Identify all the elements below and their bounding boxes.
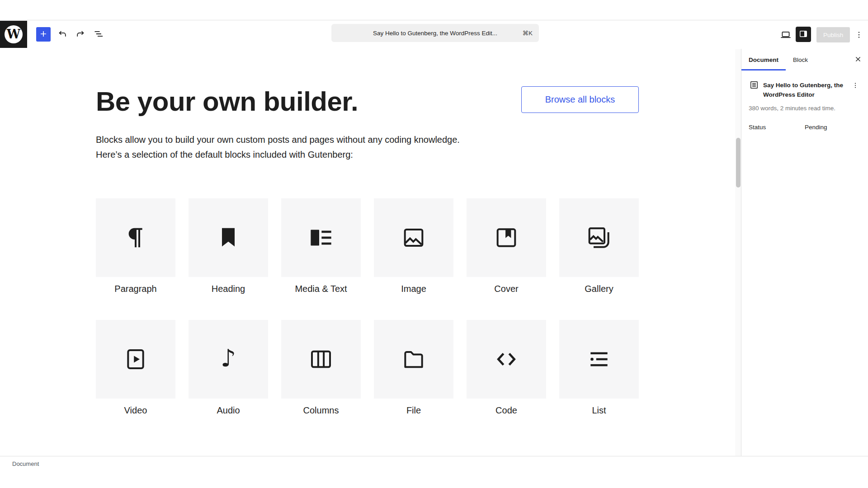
undo-button[interactable] [55,27,70,42]
redo-icon [75,28,86,41]
code-icon [492,345,521,374]
redo-button[interactable] [73,27,88,42]
block-card[interactable]: Media & Text [281,198,361,294]
file-icon [399,345,428,374]
post-paragraph-block[interactable]: Blocks allow you to build your own custo… [96,132,460,162]
document-summary-icon [749,80,760,92]
paragraph-line-1: Blocks allow you to build your own custo… [96,132,460,147]
blocks-grid-row-1: Paragraph Heading Media & Text Image Cov… [96,198,639,294]
block-card[interactable]: Columns [281,320,361,416]
block-label: Audio [189,405,268,416]
kebab-icon [851,81,860,91]
block-card[interactable]: ♪ Audio [189,320,268,416]
block-card[interactable]: Heading [189,198,268,294]
publish-button[interactable]: Publish [816,27,850,42]
block-card[interactable]: Gallery [559,198,639,294]
word-count-meta: 380 words, 2 minutes read time. [749,105,861,112]
browse-all-blocks-button[interactable]: Browse all blocks [521,86,639,113]
close-sidebar-button[interactable] [852,53,864,66]
document-summary-panel: Say Hello to Gutenberg, the WordPress Ed… [741,70,868,131]
preview-button[interactable] [778,28,793,42]
block-label: Video [96,405,175,416]
blocks-grid-row-2: Video ♪ Audio Columns File Code List [96,320,639,416]
settings-sidebar: Document Block Say Hello to Gutenberg, t… [741,49,868,456]
post-heading-block[interactable]: Be your own builder. [96,86,358,117]
block-label: Code [467,405,546,416]
block-card[interactable]: Paragraph [96,198,175,294]
block-label: Heading [189,284,268,294]
columns-icon [307,345,335,374]
block-label: Cover [467,284,546,294]
scrollbar-track [735,49,741,456]
command-shortcut: ⌘K [522,29,533,37]
paragraph-line-2: Here’s a selection of the default blocks… [96,147,460,162]
heading-icon [214,223,243,252]
list-view-icon [93,28,104,41]
document-title: Say Hello to Gutenberg, the WordPress Ed… [373,30,497,37]
block-card[interactable]: List [559,320,639,416]
block-inserter-button[interactable] [36,27,51,42]
close-icon [853,54,863,66]
status-field: Status Pending [749,124,861,131]
block-card[interactable]: Code [467,320,546,416]
cover-icon [492,223,521,252]
status-label: Status [749,124,805,131]
editor-footer: Document [0,456,868,488]
list-icon [585,345,613,374]
footer-breadcrumb[interactable]: Document [12,460,39,467]
sidebar-panel-icon [798,28,809,41]
settings-sidebar-toggle[interactable] [796,27,811,42]
block-label: File [374,405,453,416]
tab-document[interactable]: Document [741,49,786,70]
editor-toolbar: W [0,20,868,49]
wordpress-logo-icon: W [5,25,23,43]
block-card[interactable]: Image [374,198,453,294]
plus-icon [38,28,49,41]
tab-block[interactable]: Block [786,49,815,70]
sidebar-tabs: Document Block [741,49,868,70]
wordpress-editor: W [0,0,868,488]
options-menu-button[interactable] [852,28,866,42]
editor-canvas: Be your own builder. Browse all blocks B… [0,49,741,456]
media-text-icon [307,223,335,252]
status-value[interactable]: Pending [805,124,827,131]
summary-actions-button[interactable] [850,80,861,91]
block-card[interactable]: File [374,320,453,416]
svg-text:♪: ♪ [221,345,236,372]
audio-icon: ♪ [214,345,243,374]
summary-post-title: Say Hello to Gutenberg, the WordPress Ed… [763,80,848,99]
video-icon [121,345,150,374]
laptop-icon [779,28,792,42]
block-label: Gallery [559,284,639,294]
block-label: Image [374,284,453,294]
image-icon [399,223,428,252]
command-center-button[interactable]: Say Hello to Gutenberg, the WordPress Ed… [331,24,539,42]
document-overview-button[interactable] [91,27,106,42]
block-card[interactable]: Cover [467,198,546,294]
undo-icon [57,28,68,41]
kebab-icon [854,29,864,42]
scrollbar-thumb[interactable] [736,138,741,188]
block-label: List [559,405,639,416]
block-label: Media & Text [281,284,361,294]
paragraph-icon [121,223,150,252]
block-label: Paragraph [96,284,175,294]
gallery-icon [585,223,613,252]
block-label: Columns [281,405,361,416]
block-card[interactable]: Video [96,320,175,416]
wordpress-logo-button[interactable]: W [0,21,27,48]
